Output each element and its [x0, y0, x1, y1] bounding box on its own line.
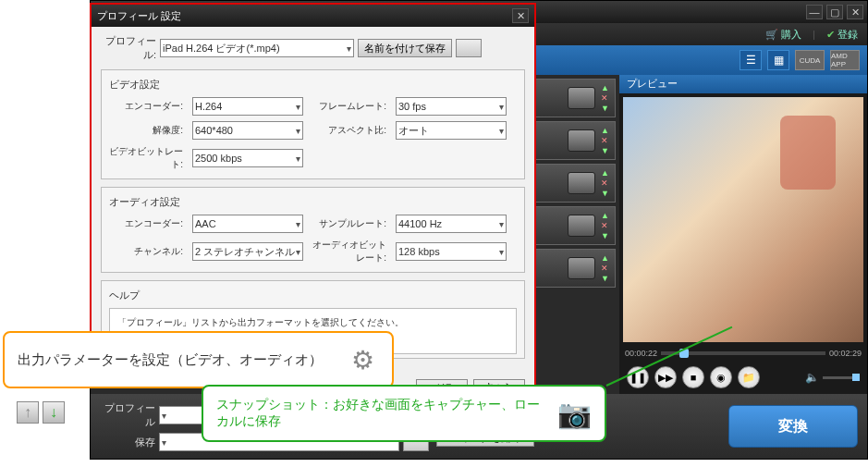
- samplerate-label: サンプルレート:: [312, 217, 386, 230]
- maximize-button[interactable]: ▢: [826, 5, 843, 19]
- volume-slider[interactable]: [823, 376, 860, 379]
- amd-badge: AMD APP: [830, 50, 860, 70]
- cuda-badge: CUDA: [795, 50, 825, 70]
- save-as-button[interactable]: 名前を付けて保存: [358, 39, 452, 57]
- framerate-label: フレームレート:: [312, 100, 386, 113]
- resolution-select[interactable]: 640*480: [192, 121, 303, 140]
- move-down-button[interactable]: ↓: [43, 401, 65, 424]
- stop-button[interactable]: ■: [682, 366, 704, 388]
- channel-select[interactable]: 2 ステレオチャンネル: [192, 242, 303, 261]
- ipad-icon: [568, 129, 595, 152]
- audio-settings-group: オーディオ設定 エンコーダー: AAC サンプルレート: 44100 Hz チャ…: [101, 187, 525, 273]
- save-label: 保存: [100, 436, 155, 449]
- ipad-icon: [568, 215, 595, 237]
- audio-bitrate-label: オーディオビットレート:: [312, 239, 386, 264]
- move-up-button[interactable]: ↑: [17, 401, 39, 424]
- video-bitrate-select[interactable]: 2500 kbps: [192, 149, 303, 167]
- audio-encoder-label: エンコーダー:: [109, 217, 183, 230]
- gear-icon: ⚙: [346, 343, 379, 376]
- profile-settings-dialog: プロフィール 設定 ✕ プロフィール: iPad H.264 ビデオ(*.mp4…: [90, 3, 536, 387]
- player-controls: ❚❚ ▶▶ ■ ◉ 📁 🔈: [619, 361, 867, 394]
- audio-bitrate-select[interactable]: 128 kbps: [396, 242, 507, 261]
- ipad-icon: [568, 257, 595, 279]
- audio-settings-title: オーディオ設定: [109, 195, 517, 209]
- time-total: 00:02:29: [829, 349, 862, 358]
- buy-link[interactable]: 購入: [765, 28, 801, 42]
- preview-video[interactable]: [623, 97, 863, 342]
- minimize-button[interactable]: —: [806, 5, 823, 19]
- callout2-text: スナップショット：お好きな画面をキャプチャー、ローカルに保存: [216, 397, 546, 430]
- profile-label: プロフィール: [100, 401, 155, 429]
- profile-label: プロフィール:: [101, 34, 156, 62]
- convert-button[interactable]: 変換: [728, 405, 858, 448]
- encoder-label: エンコーダー:: [109, 100, 183, 113]
- channel-label: チャンネル:: [109, 245, 183, 258]
- ipad-icon: [568, 87, 595, 109]
- ipad-icon: [568, 172, 595, 194]
- dialog-title: プロフィール 設定: [97, 9, 181, 23]
- register-link[interactable]: 登録: [826, 28, 858, 42]
- aspect-label: アスペクト比:: [312, 124, 386, 137]
- profile-select[interactable]: iPad H.264 ビデオ(*.mp4): [160, 39, 354, 57]
- callout-snapshot: スナップショット：お好きな画面をキャプチャー、ローカルに保存 📷: [202, 385, 606, 442]
- dialog-titlebar: プロフィール 設定 ✕: [92, 5, 534, 27]
- snapshot-button[interactable]: ◉: [710, 366, 732, 388]
- help-title: ヘルプ: [109, 289, 517, 302]
- samplerate-select[interactable]: 44100 Hz: [396, 215, 507, 233]
- audio-encoder-select[interactable]: AAC: [192, 215, 303, 233]
- preview-pane: プレビュー 00:00:22 00:02:29 ❚❚ ▶▶ ■ ◉ 📁 🔈: [619, 75, 867, 394]
- callout1-text: 出力パラメーターを設定（ビデオ、オーディオ）: [18, 351, 323, 369]
- view-grid-button[interactable]: ▦: [767, 50, 789, 70]
- open-folder-button[interactable]: 📁: [738, 366, 760, 388]
- camera-icon: 📷: [557, 397, 592, 430]
- aspect-select[interactable]: オート: [396, 121, 507, 140]
- delete-profile-button[interactable]: [456, 39, 482, 57]
- dialog-close-button[interactable]: ✕: [512, 8, 529, 23]
- framerate-select[interactable]: 30 fps: [396, 97, 507, 116]
- volume-icon[interactable]: 🔈: [805, 371, 819, 384]
- preview-title: プレビュー: [619, 75, 867, 93]
- callout-output-params: 出力パラメーターを設定（ビデオ、オーディオ） ⚙: [3, 331, 394, 388]
- forward-button[interactable]: ▶▶: [654, 366, 677, 388]
- close-button[interactable]: ✕: [847, 5, 863, 19]
- time-current: 00:00:22: [625, 349, 657, 358]
- video-settings-title: ビデオ設定: [109, 78, 517, 92]
- video-settings-group: ビデオ設定 エンコーダー: H.264 フレームレート: 30 fps 解像度:…: [101, 69, 525, 179]
- resolution-label: 解像度:: [109, 124, 183, 137]
- progress-bar[interactable]: 00:00:22 00:02:29: [619, 346, 867, 361]
- view-list-button[interactable]: ☰: [740, 50, 762, 70]
- video-encoder-select[interactable]: H.264: [192, 97, 303, 116]
- video-bitrate-label: ビデオビットレート:: [109, 145, 183, 171]
